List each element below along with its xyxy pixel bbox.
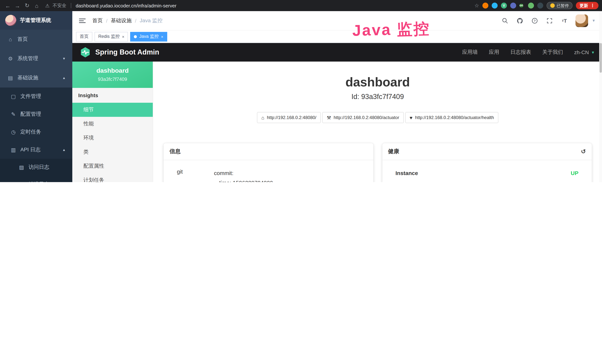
sba-nav-wallboard[interactable]: 应用墙 <box>462 49 478 56</box>
sidebar-item-api-logs[interactable]: ▥API 日志▲ <box>0 141 72 159</box>
locale-selector[interactable]: zh-CN▼ <box>574 49 595 55</box>
browser-chrome: ← → ↻ ⌂ ⚠ 不安全 dashboard.yudao.iocoder.cn… <box>0 0 602 11</box>
extension-icon-1[interactable] <box>483 3 488 9</box>
close-icon[interactable]: × <box>161 34 163 39</box>
history-icon[interactable]: ↺ <box>581 149 586 154</box>
tab-home[interactable]: 首页 <box>76 32 92 41</box>
address-bar[interactable]: ⚠ 不安全 dashboard.yudao.iocoder.cn/infra/a… <box>42 2 473 9</box>
forward-icon[interactable]: → <box>13 2 22 9</box>
home-icon: ⌂ <box>7 36 13 42</box>
sidebar-item-scheduled-jobs[interactable]: ◷定时任务 <box>0 123 72 141</box>
breadcrumb-separator: / <box>106 18 108 23</box>
fullscreen-icon[interactable] <box>546 17 553 24</box>
sidebar-item-system-management[interactable]: ⚙系统管理▼ <box>0 49 72 68</box>
update-button[interactable]: 更新⋮ <box>576 2 599 9</box>
sidebar-menu: ⌂首页 ⚙系统管理▼ ▤基础设施▲ ▢文件管理 ✎配置管理 ◷定时任务 ▥API… <box>0 30 72 182</box>
sba-nav-applications[interactable]: 应用 <box>489 49 499 56</box>
sidebar-item-access-logs[interactable]: ▨访问日志 <box>0 159 72 176</box>
svg-text:?: ? <box>534 19 536 22</box>
sba-menu-classes[interactable]: 类 <box>72 145 153 159</box>
table-row[interactable]: Instance UP <box>387 164 587 182</box>
info-value: commit: time: 1596289704000 id: 27aa832 … <box>214 168 366 182</box>
page-scrollbar <box>599 11 602 182</box>
actuator-url-link[interactable]: ⚒http://192.168.0.2:48080/actuator <box>322 112 404 123</box>
sba-menu-scheduled-tasks[interactable]: 计划任务 <box>72 173 153 182</box>
sba-body: dashboard 93a3fc7f7409 Insights 细节 性能 环境… <box>72 62 602 182</box>
gear-icon: ⚙ <box>7 56 13 62</box>
app-logo[interactable]: 芋道管理系统 <box>0 11 72 30</box>
leaf-extension-icon[interactable] <box>528 3 534 9</box>
sba-nav-about[interactable]: 关于我们 <box>542 49 563 56</box>
reload-icon[interactable]: ↻ <box>23 2 31 9</box>
chevron-down-icon: ▼ <box>591 50 595 54</box>
right-card-column: 健康 ↺ Instance UP <box>382 143 592 182</box>
sidebar: 芋道管理系统 ⌂首页 ⚙系统管理▼ ▤基础设施▲ ▢文件管理 ✎配置管理 ◷定时… <box>0 11 72 182</box>
sidebar-item-error-logs[interactable]: ▧错误日志 <box>0 176 72 182</box>
sba-header: Spring Boot Admin 应用墙 应用 日志报表 关于我们 zh-CN… <box>72 43 602 62</box>
extension-icon-2[interactable] <box>492 3 498 9</box>
back-icon[interactable]: ← <box>4 2 12 9</box>
tab-redis-monitor[interactable]: Redis 监控× <box>95 32 128 41</box>
table-row: git commit: time: 1596289704000 id: 27aa… <box>168 164 369 182</box>
breadcrumb: 首页 / 基础设施 / Java 监控 <box>92 17 163 24</box>
instance-id: 93a3fc7f7409 <box>77 76 148 82</box>
page-subtitle: Id: 93a3fc7f7409 <box>163 93 592 101</box>
dark-extension-icon[interactable] <box>537 3 543 9</box>
chevron-down-icon: ▼ <box>62 57 66 60</box>
api-log-icon: ▥ <box>10 147 16 153</box>
sba-brand[interactable]: Spring Boot Admin <box>95 48 159 56</box>
sidebar-item-infrastructure[interactable]: ▤基础设施▲ <box>0 68 72 87</box>
url-text[interactable]: dashboard.yudao.iocoder.cn/infra/admin-s… <box>76 3 176 8</box>
tab-java-monitor[interactable]: Java 监控× <box>130 32 167 41</box>
breadcrumb-current: Java 监控 <box>140 17 163 24</box>
sba-nav-journal[interactable]: 日志报表 <box>510 49 531 56</box>
github-icon[interactable] <box>516 17 524 24</box>
sba-menu-environment[interactable]: 环境 <box>72 131 153 145</box>
switch-on-icon[interactable]: on <box>519 4 523 7</box>
avatar[interactable] <box>575 14 588 27</box>
sba-menu-details[interactable]: 细节 <box>72 103 153 117</box>
breadcrumb-infrastructure[interactable]: 基础设施 <box>111 17 132 24</box>
spring-boot-admin-logo-icon[interactable] <box>80 47 91 58</box>
sba-menu-metrics[interactable]: 性能 <box>72 117 153 131</box>
smiley-icon <box>550 3 555 8</box>
search-icon[interactable] <box>501 17 509 24</box>
access-log-icon: ▨ <box>19 164 24 170</box>
avatar-caret-icon[interactable]: ▼ <box>592 19 595 23</box>
app-title: 芋道管理系统 <box>20 17 51 24</box>
scrollbar-thumb[interactable] <box>600 43 602 73</box>
breadcrumb-separator: / <box>135 18 137 23</box>
sidebar-item-file-management[interactable]: ▢文件管理 <box>0 87 72 105</box>
bookmark-star-icon[interactable]: ☆ <box>474 3 479 9</box>
main-column: 首页 / 基础设施 / Java 监控 ? тT ▼ Java 监控 <box>72 11 602 182</box>
extensions-grid-icon[interactable] <box>510 3 516 9</box>
home-nav-icon[interactable]: ⌂ <box>33 2 41 9</box>
help-icon[interactable]: ? <box>531 17 538 24</box>
infrastructure-icon: ▤ <box>7 75 13 81</box>
health-instance-label: Instance <box>389 170 418 176</box>
vue-devtools-icon[interactable]: V <box>501 3 507 9</box>
active-dot <box>134 35 137 38</box>
health-url-link[interactable]: ♥http://192.168.0.2:48080/actuator/healt… <box>405 112 498 123</box>
browser-menu-icon[interactable]: ⋮ <box>590 3 595 8</box>
close-icon[interactable]: × <box>122 34 124 39</box>
info-card: 信息 git commit: time: 1596289704000 id: 2… <box>163 143 373 182</box>
clock-icon: ◷ <box>10 129 16 135</box>
edit-icon: ✎ <box>10 111 16 117</box>
instance-links: ⌂http://192.168.0.2:48080/ ⚒http://192.1… <box>163 112 592 123</box>
chevron-up-icon: ▲ <box>62 76 66 80</box>
instance-header[interactable]: dashboard 93a3fc7f7409 <box>72 62 153 88</box>
sidebar-item-home[interactable]: ⌂首页 <box>0 30 72 49</box>
service-url-link[interactable]: ⌂http://192.168.0.2:48080/ <box>257 112 321 123</box>
hamburger-icon[interactable] <box>79 18 86 23</box>
topbar: 首页 / 基础设施 / Java 监控 ? тT ▼ <box>72 11 602 30</box>
left-card-column: 信息 git commit: time: 1596289704000 id: 2… <box>163 143 373 182</box>
paused-badge[interactable]: 已暂停 <box>547 2 572 9</box>
breadcrumb-home[interactable]: 首页 <box>92 17 103 24</box>
font-size-icon[interactable]: тT <box>561 17 568 24</box>
status-badge: UP <box>571 170 585 176</box>
page: ← → ↻ ⌂ ⚠ 不安全 dashboard.yudao.iocoder.cn… <box>0 0 602 182</box>
heart-icon: ♥ <box>409 115 412 120</box>
sba-menu-config-props[interactable]: 配置属性 <box>72 159 153 173</box>
sidebar-item-config-management[interactable]: ✎配置管理 <box>0 105 72 123</box>
